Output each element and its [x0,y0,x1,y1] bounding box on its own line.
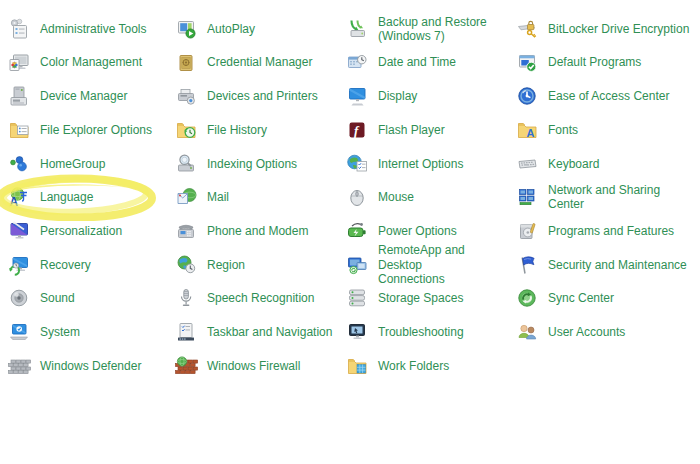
control-panel-item-ease-of-access-center[interactable]: Ease of Access Center [510,79,700,113]
troubleshooting-icon [345,320,369,344]
language-icon: A [7,185,31,209]
item-label: HomeGroup [40,157,105,171]
homegroup-icon [7,152,31,176]
item-label: Sync Center [548,291,614,305]
control-panel-item-keyboard[interactable]: Keyboard [510,147,700,181]
control-panel-item-storage-spaces[interactable]: Storage Spaces [340,282,510,316]
control-panel-item-mail[interactable]: Mail [169,180,340,214]
svg-text:A: A [10,195,19,209]
mouse-icon [345,185,369,209]
color-management-icon [7,51,31,75]
control-panel-item-file-explorer-options[interactable]: File Explorer Options [2,113,169,147]
item-label: Sound [40,291,75,305]
control-panel-item-autoplay[interactable]: AutoPlay [169,12,340,46]
control-panel-item-speech-recognition[interactable]: Speech Recognition [169,282,340,316]
work-folders-icon [345,354,369,378]
control-panel-item-administrative-tools[interactable]: Administrative Tools [2,12,169,46]
date-time-icon [345,51,369,75]
control-panel-item-system[interactable]: System [2,315,169,349]
control-panel-item-internet-options[interactable]: Internet Options [340,147,510,181]
item-label: Windows Firewall [207,359,300,373]
indexing-options-icon [174,152,198,176]
mail-icon [174,185,198,209]
control-panel-item-display[interactable]: Display [340,79,510,113]
control-panel-item-flash-player[interactable]: fFlash Player [340,113,510,147]
sound-icon [7,286,31,310]
taskbar-navigation-icon [174,320,198,344]
item-label: Flash Player [378,123,445,137]
item-label: Ease of Access Center [548,89,669,103]
keyboard-icon [515,152,539,176]
control-panel-item-recovery[interactable]: Recovery [2,248,169,282]
control-panel-item-security-and-maintenance[interactable]: Security and Maintenance [510,248,700,282]
control-panel-item-network-and-sharing[interactable]: Network and SharingCenter [510,180,700,214]
windows-defender-icon [7,354,31,378]
item-label: Recovery [40,258,91,272]
control-panel-item-personalization[interactable]: Personalization [2,214,169,248]
item-label: User Accounts [548,325,625,339]
control-panel-item-taskbar-and-navigation[interactable]: Taskbar and Navigation [169,315,340,349]
control-panel-item-work-folders[interactable]: Work Folders [340,349,510,383]
storage-spaces-icon [345,286,369,310]
item-label: Network and SharingCenter [548,183,660,211]
item-label: Phone and Modem [207,224,308,238]
control-panel-item-windows-firewall[interactable]: Windows Firewall [169,349,340,383]
control-panel-item-sync-center[interactable]: Sync Center [510,282,700,316]
speech-recognition-icon [174,286,198,310]
device-manager-icon [7,84,31,108]
control-panel-item-indexing-options[interactable]: Indexing Options [169,147,340,181]
item-label: Default Programs [548,55,641,69]
control-panel-item-language[interactable]: ALanguage [2,180,169,214]
control-panel-item-troubleshooting[interactable]: Troubleshooting [340,315,510,349]
control-panel-item-mouse[interactable]: Mouse [340,180,510,214]
control-panel-item-region[interactable]: Region [169,248,340,282]
power-options-icon [345,219,369,243]
item-label: BitLocker Drive Encryption [548,22,689,36]
control-panel-item-programs-and-features[interactable]: Programs and Features [510,214,700,248]
item-label: Security and Maintenance [548,258,687,272]
file-history-icon [174,118,198,142]
control-panel-item-fonts[interactable]: AFonts [510,113,700,147]
control-panel-item-windows-defender[interactable]: Windows Defender [2,349,169,383]
item-label: Personalization [40,224,122,238]
item-label: Power Options [378,224,457,238]
control-panel-item-user-accounts[interactable]: User Accounts [510,315,700,349]
control-panel-item-file-history[interactable]: File History [169,113,340,147]
item-label: Devices and Printers [207,89,318,103]
control-panel-item-remoteapp-and-desktop[interactable]: RemoteApp and DesktopConnections [340,248,510,282]
item-label: Date and Time [378,55,456,69]
control-panel-all-items-grid: Administrative ToolsAutoPlayBackup and R… [0,0,700,383]
item-label: Mail [207,190,229,204]
credential-manager-icon [174,51,198,75]
display-icon [345,84,369,108]
control-panel-item-devices-and-printers[interactable]: Devices and Printers [169,79,340,113]
item-label: AutoPlay [207,22,255,36]
item-label: Programs and Features [548,224,674,238]
system-icon [7,320,31,344]
control-panel-item-color-management[interactable]: Color Management [2,46,169,80]
region-icon [174,253,198,277]
recovery-icon [7,253,31,277]
control-panel-item-homegroup[interactable]: HomeGroup [2,147,169,181]
item-label: Keyboard [548,157,599,171]
backup-restore-icon [345,17,369,41]
sync-center-icon [515,286,539,310]
admin-tools-icon [7,17,31,41]
control-panel-item-credential-manager[interactable]: Credential Manager [169,46,340,80]
item-label: Device Manager [40,89,127,103]
flash-player-icon: f [345,118,369,142]
item-label: Troubleshooting [378,325,464,339]
internet-options-icon [345,152,369,176]
control-panel-item-phone-and-modem[interactable]: Phone and Modem [169,214,340,248]
item-label: Work Folders [378,359,449,373]
item-label: File Explorer Options [40,123,152,137]
control-panel-item-date-and-time[interactable]: Date and Time [340,46,510,80]
control-panel-item-device-manager[interactable]: Device Manager [2,79,169,113]
control-panel-item-bitlocker-drive-encryption[interactable]: BitLocker Drive Encryption [510,12,700,46]
control-panel-item-default-programs[interactable]: Default Programs [510,46,700,80]
default-programs-icon [515,51,539,75]
item-label: System [40,325,80,339]
programs-features-icon [515,219,539,243]
control-panel-item-backup-and-restore[interactable]: Backup and Restore(Windows 7) [340,12,510,46]
control-panel-item-sound[interactable]: Sound [2,282,169,316]
